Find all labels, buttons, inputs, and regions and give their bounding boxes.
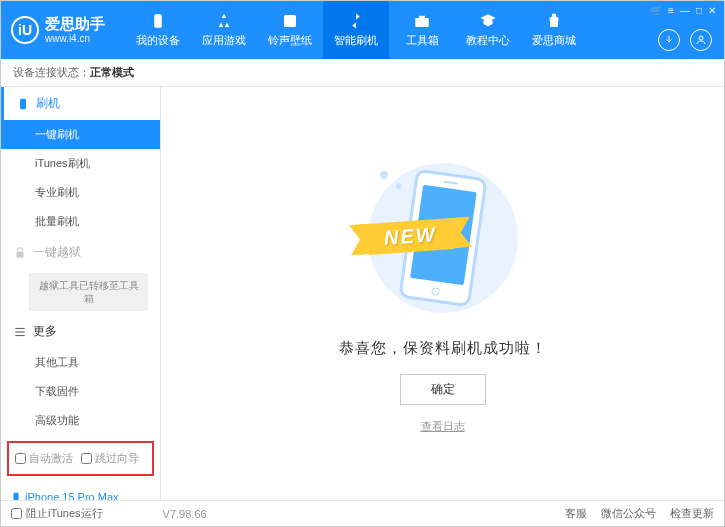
toolbox-icon	[413, 12, 431, 30]
svg-rect-1	[284, 15, 296, 27]
success-illustration: NEW	[358, 153, 528, 323]
nav-store[interactable]: 爱思商城	[521, 1, 587, 59]
close-icon[interactable]: ✕	[708, 5, 716, 16]
window-controls: 🛒 ≡ — □ ✕	[650, 5, 716, 16]
nav-tutorial[interactable]: 教程中心	[455, 1, 521, 59]
svg-rect-6	[17, 251, 24, 257]
list-icon	[13, 325, 27, 339]
phone-icon	[11, 490, 21, 500]
footer-link-update[interactable]: 检查更新	[670, 506, 714, 521]
footer-link-wechat[interactable]: 微信公众号	[601, 506, 656, 521]
sidebar-item-download[interactable]: 下载固件	[1, 377, 160, 406]
checkbox-label: 自动激活	[29, 451, 73, 466]
sidebar-item-batch[interactable]: 批量刷机	[1, 207, 160, 236]
nav-label: 应用游戏	[202, 33, 246, 48]
nav-apps[interactable]: 应用游戏	[191, 1, 257, 59]
auto-activate-checkbox[interactable]: 自动激活	[15, 451, 73, 466]
status-label: 设备连接状态：	[13, 65, 90, 80]
lock-icon	[13, 246, 27, 260]
main-content: NEW 恭喜您，保资料刷机成功啦！ 确定 查看日志	[161, 87, 724, 500]
checkbox-label: 跳过向导	[95, 451, 139, 466]
svg-point-4	[699, 36, 703, 40]
version-text: V7.98.66	[163, 508, 207, 520]
footer-link-support[interactable]: 客服	[565, 506, 587, 521]
minimize-icon[interactable]: —	[680, 5, 690, 16]
nav-label: 铃声壁纸	[268, 33, 312, 48]
sidebar-head-label: 一键越狱	[33, 244, 81, 261]
sidebar: 刷机 一键刷机 iTunes刷机 专业刷机 批量刷机 一键越狱 越狱工具已转移至…	[1, 87, 161, 500]
ok-button[interactable]: 确定	[400, 374, 486, 405]
apps-icon	[215, 12, 233, 30]
cart-icon[interactable]: 🛒	[650, 5, 662, 16]
logo-icon: iU	[11, 16, 39, 44]
app-name: 爱思助手	[45, 16, 105, 33]
success-message: 恭喜您，保资料刷机成功啦！	[339, 339, 547, 358]
checkbox-label: 阻止iTunes运行	[26, 506, 103, 521]
user-button[interactable]	[690, 29, 712, 51]
sidebar-item-pro[interactable]: 专业刷机	[1, 178, 160, 207]
logo: iU 爱思助手 www.i4.cn	[11, 16, 105, 44]
header-actions	[658, 29, 712, 51]
nav-label: 工具箱	[406, 33, 439, 48]
tutorial-icon	[479, 12, 497, 30]
sidebar-item-oneclick[interactable]: 一键刷机	[1, 120, 160, 149]
nav-toolbox[interactable]: 工具箱	[389, 1, 455, 59]
status-value: 正常模式	[90, 65, 134, 80]
sidebar-item-other[interactable]: 其他工具	[1, 348, 160, 377]
skip-guide-checkbox[interactable]: 跳过向导	[81, 451, 139, 466]
app-url: www.i4.cn	[45, 33, 105, 44]
sidebar-head-flash[interactable]: 刷机	[1, 87, 160, 120]
flash-icon	[347, 12, 365, 30]
download-button[interactable]	[658, 29, 680, 51]
sidebar-head-jailbreak[interactable]: 一键越狱	[1, 236, 160, 269]
svg-rect-3	[419, 16, 425, 19]
sidebar-head-label: 刷机	[36, 95, 60, 112]
nav-label: 智能刷机	[334, 33, 378, 48]
nav-my-device[interactable]: 我的设备	[125, 1, 191, 59]
footer-links: 客服 微信公众号 检查更新	[565, 506, 714, 521]
status-bar: 设备连接状态： 正常模式	[1, 59, 724, 87]
svg-rect-10	[14, 493, 19, 500]
device-icon	[149, 12, 167, 30]
sidebar-item-advanced[interactable]: 高级功能	[1, 406, 160, 435]
sidebar-options-highlight: 自动激活 跳过向导	[7, 441, 154, 476]
svg-rect-0	[154, 14, 162, 28]
menu-icon[interactable]: ≡	[668, 5, 674, 16]
device-name: iPhone 15 Pro Max	[11, 490, 150, 500]
nav-label: 爱思商城	[532, 33, 576, 48]
body: 刷机 一键刷机 iTunes刷机 专业刷机 批量刷机 一键越狱 越狱工具已转移至…	[1, 87, 724, 500]
wallpaper-icon	[281, 12, 299, 30]
view-log-link[interactable]: 查看日志	[421, 419, 465, 434]
svg-rect-9	[15, 334, 24, 335]
nav-label: 教程中心	[466, 33, 510, 48]
jailbreak-note: 越狱工具已转移至工具箱	[29, 273, 148, 311]
nav-label: 我的设备	[136, 33, 180, 48]
nav-flash[interactable]: 智能刷机	[323, 1, 389, 59]
flash-icon	[16, 97, 30, 111]
device-name-text: iPhone 15 Pro Max	[25, 491, 119, 500]
store-icon	[545, 12, 563, 30]
new-ribbon: NEW	[367, 218, 454, 255]
nav-ringtone[interactable]: 铃声壁纸	[257, 1, 323, 59]
svg-rect-7	[15, 327, 24, 328]
svg-rect-5	[20, 98, 26, 109]
sidebar-head-more[interactable]: 更多	[1, 315, 160, 348]
sidebar-item-itunes[interactable]: iTunes刷机	[1, 149, 160, 178]
block-itunes-checkbox[interactable]: 阻止iTunes运行	[11, 506, 103, 521]
top-nav: 我的设备 应用游戏 铃声壁纸 智能刷机 工具箱 教程中心 爱思商城	[125, 1, 587, 59]
svg-rect-8	[15, 331, 24, 332]
sidebar-head-label: 更多	[33, 323, 57, 340]
svg-rect-2	[415, 18, 429, 27]
app-header: iU 爱思助手 www.i4.cn 我的设备 应用游戏 铃声壁纸 智能刷机 工具…	[1, 1, 724, 59]
footer: 阻止iTunes运行 V7.98.66 客服 微信公众号 检查更新	[1, 500, 724, 526]
device-info[interactable]: iPhone 15 Pro Max 512GB iPhone	[1, 482, 160, 500]
maximize-icon[interactable]: □	[696, 5, 702, 16]
